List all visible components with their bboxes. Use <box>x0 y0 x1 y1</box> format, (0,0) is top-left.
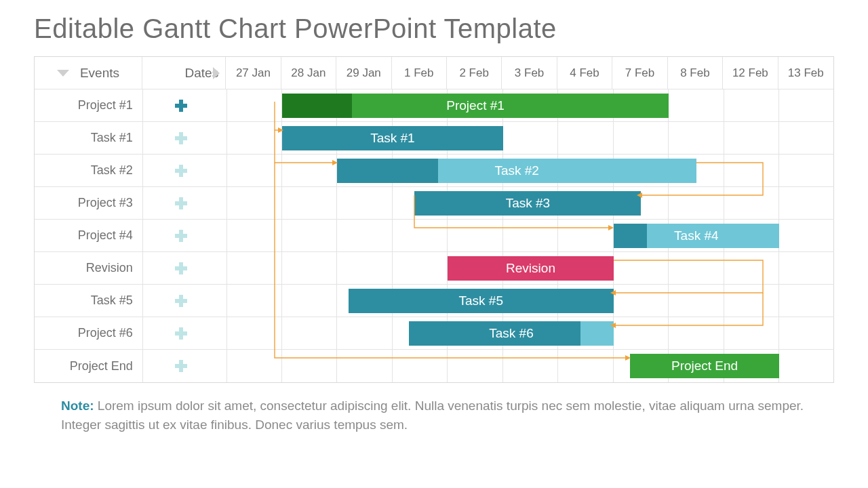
note: Note: Lorem ipsum dolor sit amet, consec… <box>61 396 821 434</box>
gantt-row: Project EndProject End <box>35 350 833 382</box>
date-header: 27 Jan <box>226 57 281 89</box>
gantt-bar[interactable]: Task #5 <box>349 289 614 313</box>
gantt-header: Events Dates 27 Jan28 Jan29 Jan1 Feb2 Fe… <box>35 57 833 89</box>
gantt-bar[interactable]: Task #6 <box>409 321 613 346</box>
gantt-bar[interactable]: Project #1 <box>282 94 669 118</box>
progress-segment <box>337 159 437 183</box>
row-name: Project #1 <box>35 89 143 122</box>
gantt-bar[interactable]: Task #3 <box>414 191 641 216</box>
date-header: 3 Feb <box>502 57 557 89</box>
plus-icon <box>175 295 187 307</box>
row-name-label: Task #5 <box>91 293 133 308</box>
plus-icon <box>175 197 187 209</box>
bar-label: Task #6 <box>489 326 533 341</box>
note-label: Note: <box>61 399 94 413</box>
gantt-bar[interactable]: Task #1 <box>282 126 503 150</box>
expand-button[interactable] <box>143 285 227 317</box>
row-name-label: Project #6 <box>78 326 133 340</box>
gantt-row: Project #1Project #1 <box>35 89 833 122</box>
bar-label: Project End <box>671 359 738 373</box>
row-name: Project #4 <box>35 220 143 252</box>
date-header: 29 Jan <box>336 57 391 89</box>
row-name-label: Project End <box>70 359 133 373</box>
timeline: Task #3 <box>227 187 833 220</box>
expand-button[interactable] <box>143 317 227 350</box>
progress-segment <box>282 94 352 118</box>
timeline: Task #2 <box>227 155 833 187</box>
timeline: Project End <box>227 350 833 382</box>
plus-icon <box>175 165 187 177</box>
gantt-bar[interactable]: Task #2 <box>337 159 696 183</box>
row-name-label: Task #2 <box>91 163 133 178</box>
date-header: 13 Feb <box>778 57 833 89</box>
row-name: Task #1 <box>35 122 143 155</box>
col-dates[interactable]: Dates <box>142 57 226 89</box>
col-events[interactable]: Events <box>35 57 142 89</box>
row-name-label: Project #4 <box>78 228 133 243</box>
bar-label: Project #1 <box>446 98 505 113</box>
gantt-row: RevisionRevision <box>35 252 833 285</box>
bar-label: Task #3 <box>506 196 550 211</box>
timeline: Task #5 <box>227 285 833 317</box>
plus-icon <box>175 262 187 274</box>
date-header: 8 Feb <box>668 57 723 89</box>
expand-button[interactable] <box>143 187 227 220</box>
row-name-label: Revision <box>86 261 133 275</box>
gantt-body: Project #1Project #1Task #1Task #1Task #… <box>35 89 833 382</box>
date-header: 12 Feb <box>723 57 778 89</box>
date-header: 4 Feb <box>557 57 612 89</box>
row-name-label: Project #1 <box>78 98 133 113</box>
plus-icon <box>175 132 187 144</box>
expand-button[interactable] <box>143 122 227 155</box>
gantt-chart: Events Dates 27 Jan28 Jan29 Jan1 Feb2 Fe… <box>34 56 834 383</box>
gantt-bar[interactable]: Revision <box>448 256 613 281</box>
timeline: Task #1 <box>227 122 833 155</box>
gantt-row: Project #3Task #3 <box>35 187 833 220</box>
date-header: 2 Feb <box>447 57 502 89</box>
expand-button[interactable] <box>143 220 227 252</box>
row-name-label: Task #1 <box>91 131 133 145</box>
row-name: Project #6 <box>35 317 143 350</box>
expand-button[interactable] <box>143 155 227 187</box>
gantt-row: Task #2Task #2 <box>35 155 833 187</box>
row-name: Task #5 <box>35 285 143 317</box>
bar-label: Revision <box>506 261 555 276</box>
row-name: Task #2 <box>35 155 143 187</box>
date-header: 1 Feb <box>392 57 447 89</box>
bar-label: Task #2 <box>494 163 538 178</box>
row-name: Revision <box>35 252 143 285</box>
row-name: Project End <box>35 350 143 382</box>
note-text: Lorem ipsum dolor sit amet, consectetur … <box>61 399 804 432</box>
date-header: 28 Jan <box>281 57 336 89</box>
timeline: Task #4 <box>227 220 833 252</box>
plus-icon <box>175 327 187 340</box>
col-events-label: Events <box>80 66 119 81</box>
timeline: Revision <box>227 252 833 285</box>
row-name: Project #3 <box>35 187 143 220</box>
row-name-label: Project #3 <box>78 196 133 210</box>
gantt-row: Task #5Task #5 <box>35 285 833 317</box>
date-header: 7 Feb <box>612 57 667 89</box>
expand-button[interactable] <box>143 89 227 122</box>
timeline: Project #1 <box>227 89 833 122</box>
progress-segment <box>614 224 647 248</box>
plus-icon <box>175 360 187 372</box>
bar-label: Task #4 <box>674 228 718 243</box>
expand-button[interactable] <box>143 252 227 285</box>
bar-label: Task #1 <box>370 131 414 146</box>
gantt-row: Project #6Task #6 <box>35 317 833 350</box>
bar-label: Task #5 <box>458 293 502 308</box>
chevron-right-icon <box>213 67 220 79</box>
plus-icon <box>175 230 187 242</box>
gantt-bar[interactable]: Task #4 <box>614 224 779 248</box>
chevron-down-icon <box>57 70 69 77</box>
timeline: Task #6 <box>227 317 833 350</box>
gantt-row: Project #4Task #4 <box>35 220 833 252</box>
expand-button[interactable] <box>143 350 227 382</box>
gantt-row: Task #1Task #1 <box>35 122 833 155</box>
plus-icon <box>175 100 187 112</box>
date-headers: 27 Jan28 Jan29 Jan1 Feb2 Feb3 Feb4 Feb7 … <box>226 57 833 89</box>
gantt-bar[interactable]: Project End <box>630 354 779 378</box>
page-title: Editable Gantt Chart PowerPoint Template <box>34 14 834 44</box>
